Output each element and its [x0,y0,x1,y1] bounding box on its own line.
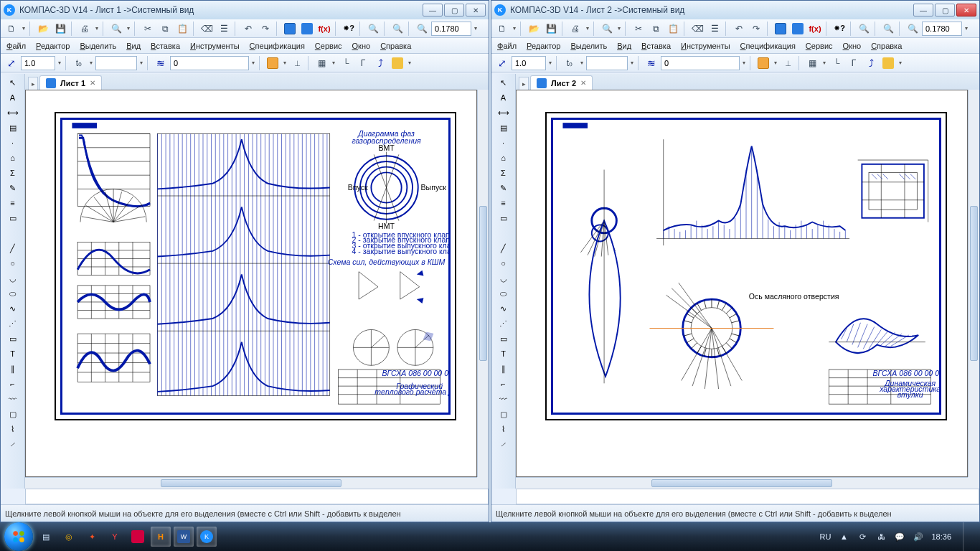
paste-icon[interactable]: 📋 [665,21,681,37]
zoom-out-icon[interactable]: 🔍 [880,21,896,37]
layers-icon[interactable]: ≡ [6,196,20,210]
var-icon[interactable] [299,21,315,37]
extra2-icon[interactable]: ⟋ [6,437,20,451]
menu-service[interactable]: Сервис [315,42,342,50]
menu-help[interactable]: Справка [380,42,411,50]
ellipse-icon[interactable]: ⬭ [6,286,20,301]
canvas-frame[interactable]: Диаграмма фаз газораспределения ВМТ Впус… [25,90,477,477]
copy-icon[interactable]: ⧉ [648,21,664,37]
sym-icon[interactable]: Σ [6,166,20,180]
para-icon[interactable]: ∥ [6,362,20,376]
zoom-window-icon[interactable]: 🔍 [905,21,920,37]
ortho-icon[interactable]: └ [338,55,354,71]
redo-icon[interactable]: ↷ [748,21,764,37]
menu-service[interactable]: Сервис [806,42,833,50]
help-icon[interactable]: ⁕? [341,21,357,37]
tray-flag-icon[interactable]: ▲ [838,531,849,542]
show-desktop-button[interactable] [963,522,970,551]
line-icon[interactable]: ╱ [496,241,511,255]
save-icon[interactable]: 💾 [52,21,68,37]
zoom-window-icon[interactable]: 🔍 [414,21,430,37]
round-icon[interactable]: Г [846,55,862,71]
paste-icon[interactable]: 📋 [174,21,190,37]
manager-icon[interactable] [282,21,298,37]
point-icon[interactable]: · [6,136,20,150]
view-icon[interactable]: ▭ [496,211,511,225]
document-tab[interactable]: Лист 1 ✕ [39,75,102,90]
arrow-icon[interactable]: ↖ [496,75,511,90]
print-icon[interactable]: 🖨 [567,21,583,37]
tab-arrow-icon[interactable]: ▸ [519,77,529,90]
menu-tools[interactable]: Инструменты [190,42,240,50]
snap-ex-icon[interactable] [390,55,405,71]
tab-close-icon[interactable]: ✕ [580,79,586,87]
style-input[interactable] [170,56,249,70]
taskbar-app-6[interactable]: H [151,527,171,547]
round-icon[interactable]: Г [355,55,371,71]
save-icon[interactable]: 💾 [543,21,559,37]
taskbar-app-3[interactable]: ✦ [82,527,102,547]
rect-icon[interactable]: ▭ [6,331,20,346]
text-icon[interactable]: A [6,90,20,105]
tray-network-icon[interactable]: 🖧 [875,531,887,542]
copy-icon[interactable]: ⧉ [157,21,173,37]
step-icon[interactable]: ⤢ [4,55,19,71]
zoom-input[interactable] [431,22,471,36]
layer-input[interactable] [95,56,137,70]
menu-view[interactable]: Вид [126,42,141,50]
zoom-in-icon[interactable]: 🔍 [365,21,381,37]
zoom-out-icon[interactable]: 🔍 [390,21,405,37]
print-icon[interactable]: 🖨 [77,21,93,37]
tab-arrow-icon[interactable]: ▸ [28,77,38,90]
menu-file[interactable]: Файл [497,42,517,50]
spline-icon[interactable]: ∿ [6,301,20,316]
open-icon[interactable]: 📂 [526,21,542,37]
maximize-button[interactable]: ▢ [935,4,955,17]
menu-window[interactable]: Окно [843,42,862,50]
menu-editor[interactable]: Редактор [36,42,70,50]
titlebar[interactable]: K КОМПАС-3D V14 - Лист 1 ->Системный вид… [1,1,489,19]
fx-icon[interactable]: f(x) [316,21,332,37]
canvas[interactable]: Ось масляного отверстия [516,90,979,489]
canvas-frame[interactable]: Ось масляного отверстия [516,90,968,477]
layer-input[interactable] [586,56,628,70]
titlebar[interactable]: K КОМПАС-3D V14 - Лист 2 ->Системный вид… [491,1,979,19]
aux-icon[interactable]: ⋰ [496,316,511,331]
menu-view[interactable]: Вид [617,42,631,50]
param-icon[interactable]: ⟂ [780,55,796,71]
menu-insert[interactable]: Вставка [151,42,180,50]
tray-chat-icon[interactable]: 💬 [894,531,905,542]
open-icon[interactable]: 📂 [35,21,51,37]
new-icon[interactable]: 🗋 [4,21,19,37]
circle-icon[interactable]: ○ [496,256,511,270]
ellipse-icon[interactable]: ⬭ [496,286,511,301]
menu-insert[interactable]: Вставка [641,42,671,50]
new-icon[interactable]: 🗋 [494,21,510,37]
manager-icon[interactable] [773,21,788,37]
dim-icon[interactable]: ⟷ [496,105,511,120]
taskbar-app-5[interactable] [128,527,148,547]
mod-icon[interactable]: ✎ [6,181,20,195]
menu-window[interactable]: Окно [352,42,371,50]
line-icon[interactable]: ╱ [6,241,20,255]
lib-icon[interactable]: ⌂ [6,151,20,165]
system-tray[interactable]: RU ▲ ⟳ 🖧 💬 🔊 18:36 [820,522,976,551]
minimize-button[interactable]: — [423,4,443,17]
local-cs-icon[interactable]: ⤴ [863,55,879,71]
taskbar-app-word[interactable]: W [174,527,194,547]
hatch-icon[interactable]: ≋ [644,55,659,71]
curve-icon[interactable]: 〰 [496,392,511,406]
spline-icon[interactable]: ∿ [496,301,511,316]
close-button[interactable]: ✕ [956,4,976,17]
frame-icon[interactable]: ▢ [6,407,20,421]
local-cs-icon[interactable]: ⤴ [372,55,388,71]
undo-icon[interactable]: ↶ [240,21,256,37]
step-icon[interactable]: ⤢ [494,55,510,71]
start-button[interactable] [4,522,33,551]
scrollbar-horizontal[interactable] [516,477,968,489]
ortho-icon[interactable]: └ [829,55,844,71]
hatch2-icon[interactable]: ▤ [496,121,511,135]
step-input[interactable] [21,56,55,70]
text-icon[interactable]: A [496,90,511,105]
tray-volume-icon[interactable]: 🔊 [913,531,924,542]
